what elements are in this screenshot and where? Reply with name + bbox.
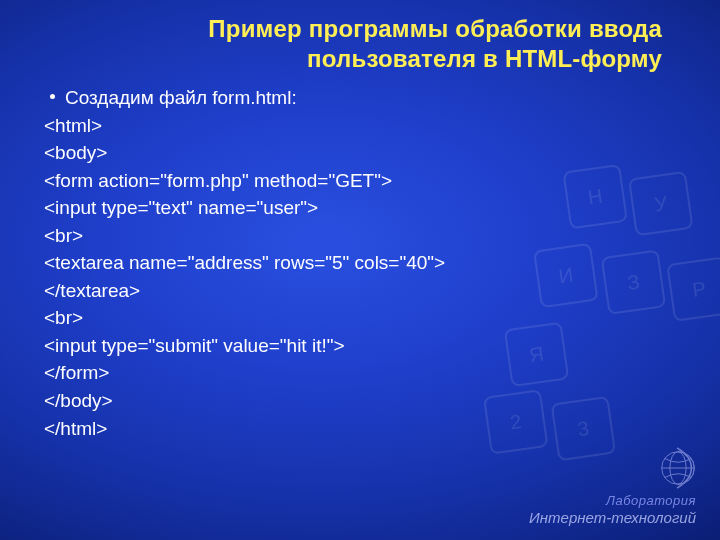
code-line: <body> [44, 139, 690, 167]
bullet-item: Создадим файл form.html: [50, 84, 690, 112]
code-line: <input type="text" name="user"> [44, 194, 690, 222]
slide-content: Создадим файл form.html: <html> <body> <… [44, 84, 690, 442]
logo-icon [654, 444, 702, 492]
code-line: <br> [44, 222, 690, 250]
code-line: </textarea> [44, 277, 690, 305]
slide: Пример программы обработки ввода пользов… [0, 0, 720, 540]
slide-title: Пример программы обработки ввода пользов… [0, 14, 700, 74]
title-line-2: пользователя в HTML-форму [307, 45, 662, 72]
code-line: </html> [44, 415, 690, 443]
footer: Лаборатория Интернет-технологий [529, 494, 696, 526]
code-line: </form> [44, 359, 690, 387]
code-line: <textarea name="address" rows="5" cols="… [44, 249, 690, 277]
code-line: <br> [44, 304, 690, 332]
title-line-1: Пример программы обработки ввода [208, 15, 662, 42]
footer-lab: Лаборатория [529, 494, 696, 509]
code-line: </body> [44, 387, 690, 415]
bullet-icon [50, 94, 55, 99]
footer-sub: Интернет-технологий [529, 509, 696, 526]
code-line: <html> [44, 112, 690, 140]
code-line: <form action="form.php" method="GET"> [44, 167, 690, 195]
bullet-text: Создадим файл form.html: [65, 84, 297, 112]
code-line: <input type="submit" value="hit it!"> [44, 332, 690, 360]
